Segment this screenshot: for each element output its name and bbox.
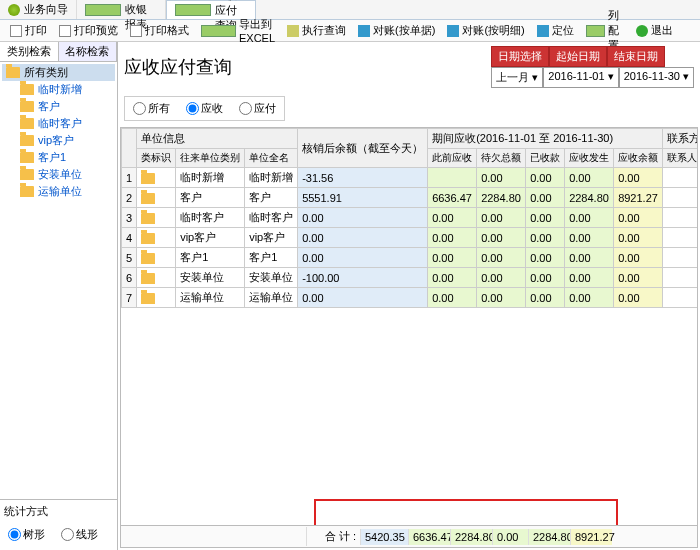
- folder-icon: [20, 186, 34, 197]
- folder-icon: [141, 273, 155, 284]
- toolbar: 打印 打印预览 打印格式 导出到EXCEL 执行查询 对账(按单据) 对账(按明…: [0, 20, 700, 42]
- print-button[interactable]: 打印: [4, 21, 53, 40]
- folder-icon: [20, 84, 34, 95]
- recon-by-doc-button[interactable]: 对账(按单据): [352, 21, 441, 40]
- folder-icon: [20, 101, 34, 112]
- folder-icon: [20, 118, 34, 129]
- totals-row: 合 计 : 5420.35 6636.47 2284.80 0.00 2284.…: [121, 525, 697, 547]
- period-select[interactable]: 上一月 ▾: [491, 67, 543, 88]
- start-date-input[interactable]: 2016-11-01 ▾: [543, 67, 618, 88]
- filter-box: 所有 应收 应付: [124, 96, 285, 121]
- folder-icon: [141, 233, 155, 244]
- sidebar-tab-name[interactable]: 名称检索: [59, 42, 118, 61]
- sidebar: 类别检索 名称检索 所有类别 临时新增客户临时客户vip客户客户1安装单位运输单…: [0, 42, 118, 550]
- columns-icon: [586, 25, 605, 37]
- date-range-box: 日期选择起始日期结束日期 上一月 ▾ 2016-11-01 ▾ 2016-11-…: [491, 46, 694, 88]
- tree-item[interactable]: 临时客户: [2, 115, 115, 132]
- folder-icon: [20, 152, 34, 163]
- recon-icon: [447, 25, 459, 37]
- end-date-input[interactable]: 2016-11-30 ▾: [619, 67, 694, 88]
- exit-icon: [636, 25, 648, 37]
- folder-icon: [141, 213, 155, 224]
- recon-icon: [358, 25, 370, 37]
- stat-method-box: 统计方式 树形 线形: [0, 499, 117, 550]
- run-icon: [287, 25, 299, 37]
- grid-container: 单位信息 核销后余额（截至今天） 期间应收(2016-11-01 至 2016-…: [120, 127, 698, 548]
- tree-root[interactable]: 所有类别: [2, 64, 115, 81]
- tree-item[interactable]: 临时新增: [2, 81, 115, 98]
- preview-icon: [59, 25, 71, 37]
- table-row[interactable]: 4vip客户vip客户0.000.000.000.000.000.00: [122, 228, 699, 248]
- tree-item[interactable]: 客户1: [2, 149, 115, 166]
- locate-icon: [537, 25, 549, 37]
- tree-item[interactable]: vip客户: [2, 132, 115, 149]
- folder-icon: [6, 67, 20, 78]
- folder-icon: [141, 293, 155, 304]
- wizard-icon: [8, 4, 20, 16]
- tree-item[interactable]: 客户: [2, 98, 115, 115]
- print-icon: [10, 25, 22, 37]
- folder-icon: [141, 253, 155, 264]
- category-tree[interactable]: 所有类别 临时新增客户临时客户vip客户客户1安装单位运输单位: [0, 62, 117, 499]
- tab-daily-report[interactable]: 每日收银报表: [77, 0, 166, 19]
- tab-biz-wizard[interactable]: 业务向导: [0, 0, 77, 19]
- stat-line-radio[interactable]: 线形: [61, 527, 98, 542]
- page-title: 应收应付查询: [124, 55, 232, 79]
- table-row[interactable]: 6安装单位安装单位-100.000.000.000.000.000.00: [122, 268, 699, 288]
- format-icon: [130, 25, 142, 37]
- recon-by-detail-button[interactable]: 对账(按明细): [441, 21, 530, 40]
- table-row[interactable]: 5客户1客户10.000.000.000.000.000.00: [122, 248, 699, 268]
- tab-label: 业务向导: [24, 2, 68, 17]
- table-row[interactable]: 3临时客户临时客户0.000.000.000.000.000.00: [122, 208, 699, 228]
- sidebar-tabs: 类别检索 名称检索: [0, 42, 117, 62]
- folder-icon: [141, 173, 155, 184]
- print-format-button[interactable]: 打印格式: [124, 21, 195, 40]
- table-row[interactable]: 7运输单位运输单位0.000.000.000.000.000.00: [122, 288, 699, 308]
- content-pane: 应收应付查询 日期选择起始日期结束日期 上一月 ▾ 2016-11-01 ▾ 2…: [118, 42, 700, 550]
- folder-icon: [20, 169, 34, 180]
- stat-tree-radio[interactable]: 树形: [8, 527, 45, 542]
- report-icon: [85, 4, 121, 16]
- sidebar-tab-category[interactable]: 类别检索: [0, 42, 59, 61]
- filter-all-radio[interactable]: 所有: [133, 101, 170, 116]
- main-split: 类别检索 名称检索 所有类别 临时新增客户临时客户vip客户客户1安装单位运输单…: [0, 42, 700, 550]
- exit-button[interactable]: 退出: [630, 21, 679, 40]
- folder-icon: [141, 193, 155, 204]
- run-query-button[interactable]: 执行查询: [281, 21, 352, 40]
- totals-label: 合 计 :: [306, 527, 360, 546]
- table-row[interactable]: 1临时新增临时新增-31.560.000.000.000.00: [122, 168, 699, 188]
- filter-pay-radio[interactable]: 应付: [239, 101, 276, 116]
- tree-item[interactable]: 安装单位: [2, 166, 115, 183]
- print-preview-button[interactable]: 打印预览: [53, 21, 124, 40]
- filter-recv-radio[interactable]: 应收: [186, 101, 223, 116]
- tree-item[interactable]: 运输单位: [2, 183, 115, 200]
- table-row[interactable]: 2客户客户5551.916636.472284.800.002284.80892…: [122, 188, 699, 208]
- locate-button[interactable]: 定位: [531, 21, 580, 40]
- excel-icon: [201, 25, 236, 37]
- folder-icon: [20, 135, 34, 146]
- data-grid[interactable]: 单位信息 核销后余额（截至今天） 期间应收(2016-11-01 至 2016-…: [121, 128, 698, 308]
- stat-title: 统计方式: [4, 504, 113, 519]
